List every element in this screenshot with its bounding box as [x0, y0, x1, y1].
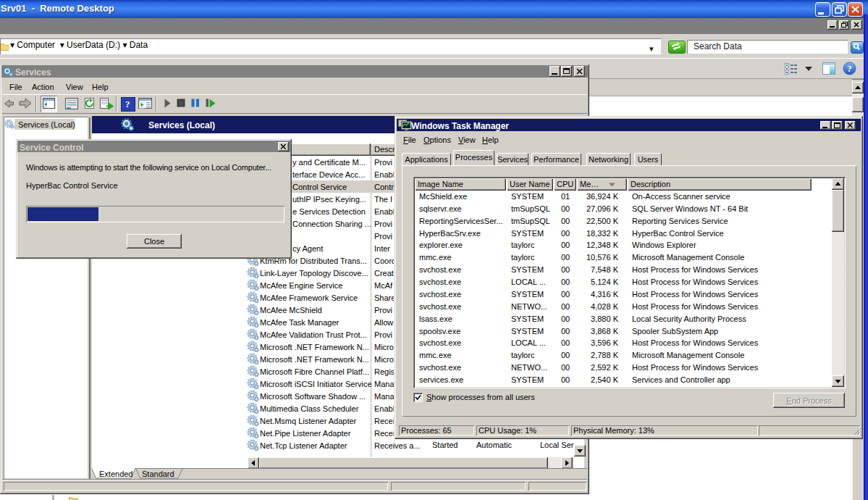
svg-text:?: ?	[847, 63, 852, 74]
